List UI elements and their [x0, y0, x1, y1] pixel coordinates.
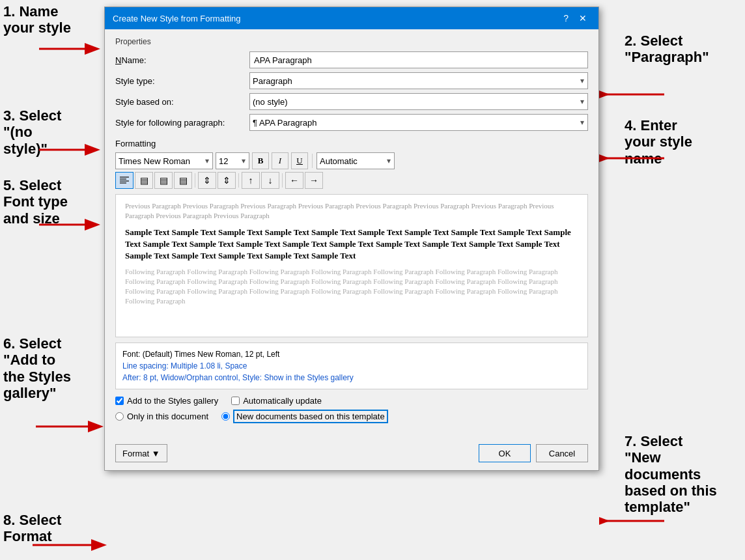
toolbar-separator: [312, 154, 313, 168]
properties-section: Properties NName: Style type: Paragraph …: [105, 29, 598, 439]
increase-space-button[interactable]: ↑: [242, 172, 260, 189]
auto-update-text: Automatically update: [243, 396, 322, 406]
step2-annotation: 2. Select"Paragraph": [625, 33, 745, 66]
align-separator2: [238, 173, 239, 188]
arrow6: [36, 417, 107, 440]
formatting-label: Formatting: [115, 139, 588, 148]
style-info-line1: Font: (Default) Times New Roman, 12 pt, …: [122, 348, 581, 360]
style-info-box: Font: (Default) Times New Roman, 12 pt, …: [115, 343, 588, 389]
italic-button[interactable]: I: [272, 152, 288, 169]
step7-annotation: 7. Select"Newdocumentsbased on thistempl…: [625, 433, 745, 515]
font-select-wrapper: Times New Roman Arial Calibri: [115, 152, 213, 169]
font-toolbar: Times New Roman Arial Calibri 12 8 10 11…: [115, 152, 588, 169]
step6-annotation: 6. Select"Add tothe Stylesgallery": [3, 335, 102, 401]
only-this-doc-label[interactable]: Only in this document: [115, 412, 208, 421]
create-style-dialog: Create New Style from Formatting ? ✕ Pro…: [104, 7, 599, 471]
auto-update-checkbox[interactable]: [231, 397, 240, 405]
checkboxes-row: Add to the Styles gallery Automatically …: [115, 396, 588, 406]
radio-row: Only in this document New documents base…: [115, 410, 588, 423]
help-button[interactable]: ?: [559, 12, 572, 24]
preview-box: Previous Paragraph Previous Paragraph Pr…: [115, 194, 588, 337]
arrow5: [39, 215, 104, 238]
decrease-space-button[interactable]: ↓: [261, 172, 279, 189]
footer-right: OK Cancel: [479, 444, 588, 462]
format-button[interactable]: Format ▼: [115, 444, 167, 462]
add-to-gallery-text: Add to the Styles gallery: [127, 396, 218, 406]
style-follow-select-wrapper: ¶ APA Paragraph Normal: [249, 114, 588, 131]
style-info-line3: After: 8 pt, Widow/Orphan control, Style…: [122, 372, 581, 384]
style-based-select[interactable]: (no style) Default Paragraph Font Normal: [249, 93, 588, 110]
bold-button[interactable]: B: [252, 152, 269, 169]
only-this-doc-radio[interactable]: [115, 412, 124, 421]
align-separator1: [195, 173, 195, 188]
align-right-button[interactable]: ▤: [154, 172, 173, 189]
style-follow-label: Style for following paragraph:: [115, 118, 246, 128]
indent-right-button[interactable]: →: [305, 172, 323, 189]
arrow1: [39, 39, 104, 62]
new-docs-label[interactable]: New documents based on this template: [221, 410, 388, 423]
format-button-label: Format ▼: [122, 449, 160, 458]
arrow3: [39, 140, 104, 163]
close-button[interactable]: ✕: [575, 12, 591, 24]
align-justify-button[interactable]: ▤: [174, 172, 192, 189]
underline-button[interactable]: U: [291, 152, 308, 169]
arrow2: [599, 85, 664, 107]
preview-previous-paragraph: Previous Paragraph Previous Paragraph Pr…: [125, 201, 578, 221]
dialog-footer: Format ▼ OK Cancel: [105, 439, 598, 470]
font-color-select[interactable]: Automatic Black White Red Blue: [316, 152, 395, 169]
color-select-wrapper: Automatic Black White Red Blue: [316, 152, 395, 169]
step1-annotation: 1. Nameyour style: [3, 3, 101, 36]
style-info-line2: Line spacing: Multiple 1.08 li, Space: [122, 360, 581, 372]
dialog-wrapper: Create New Style from Formatting ? ✕ Pro…: [104, 0, 599, 560]
arrow4: [599, 148, 664, 171]
name-input[interactable]: [249, 51, 588, 68]
decrease-indent-button[interactable]: ⇕: [218, 172, 236, 189]
style-type-label: Style type:: [115, 76, 246, 86]
properties-label: Properties: [115, 37, 588, 46]
style-type-select[interactable]: Paragraph Character Linked Table List: [249, 72, 588, 89]
add-to-gallery-label[interactable]: Add to the Styles gallery: [115, 396, 218, 406]
dialog-title: Create New Style from Formatting: [113, 14, 241, 23]
name-label: NName:: [115, 55, 246, 65]
align-left-button[interactable]: [115, 172, 134, 189]
formatting-section: Formatting Times New Roman Arial Calibri…: [115, 139, 588, 389]
arrow8: [33, 535, 111, 558]
footer-left: Format ▼: [115, 444, 473, 462]
new-docs-radio[interactable]: [221, 412, 230, 421]
properties-grid: NName: Style type: Paragraph Character L…: [115, 51, 588, 131]
indent-left-button[interactable]: ←: [285, 172, 303, 189]
ok-button[interactable]: OK: [479, 444, 531, 462]
align-separator3: [282, 173, 283, 188]
name-underline: N: [115, 55, 121, 65]
align-toolbar: ▤ ▤ ▤ ⇕ ⇕ ↑ ↓ ← →: [115, 172, 588, 189]
titlebar-controls: ? ✕: [559, 12, 591, 24]
style-type-select-wrapper: Paragraph Character Linked Table List: [249, 72, 588, 89]
style-based-label: Style based on:: [115, 97, 246, 107]
preview-following-paragraph: Following Paragraph Following Paragraph …: [125, 267, 578, 305]
line-spacing-button[interactable]: ⇕: [198, 172, 216, 189]
add-to-gallery-checkbox[interactable]: [115, 397, 124, 405]
style-follow-select[interactable]: ¶ APA Paragraph Normal: [249, 114, 588, 131]
arrow7: [599, 511, 664, 534]
preview-sample-text: Sample Text Sample Text Sample Text Samp…: [125, 227, 578, 262]
new-docs-text: New documents based on this template: [233, 410, 388, 423]
size-select-wrapper: 12 8 10 11 14: [216, 152, 249, 169]
dialog-titlebar: Create New Style from Formatting ? ✕: [105, 7, 598, 29]
auto-update-label[interactable]: Automatically update: [231, 396, 322, 406]
size-select[interactable]: 12 8 10 11 14: [216, 152, 249, 169]
font-select[interactable]: Times New Roman Arial Calibri: [115, 152, 213, 169]
align-center-button[interactable]: ▤: [135, 172, 153, 189]
only-this-doc-text: Only in this document: [127, 412, 208, 421]
style-based-select-wrapper: (no style) Default Paragraph Font Normal: [249, 93, 588, 110]
cancel-button[interactable]: Cancel: [536, 444, 588, 462]
